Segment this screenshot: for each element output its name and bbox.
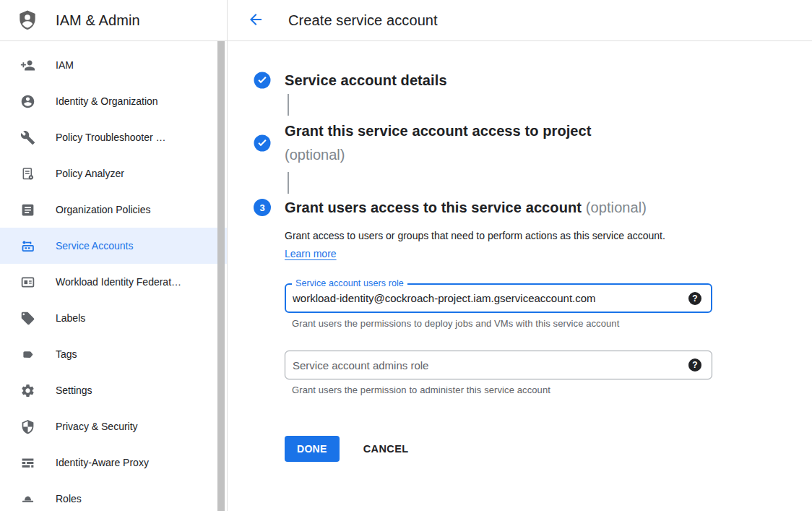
step-3-title: Grant users access to this service accou… bbox=[285, 198, 812, 217]
sidebar-item-privacy-security[interactable]: Privacy & Security bbox=[0, 408, 227, 445]
app-window: IAM & Admin IAM Identity & Organization … bbox=[0, 0, 812, 511]
page-title: Create service account bbox=[288, 12, 438, 29]
step-1-indicator bbox=[254, 72, 271, 89]
sidebar-item-label: Labels bbox=[56, 312, 85, 324]
sidebar-item-labels[interactable]: Labels bbox=[0, 300, 227, 336]
sidebar-item-label: Identity-Aware Proxy bbox=[56, 457, 149, 468]
topbar: Create service account bbox=[228, 0, 812, 41]
step-complete-check-icon bbox=[254, 134, 271, 152]
sidebar-item-label: Policy Analyzer bbox=[56, 168, 124, 179]
product-title: IAM & Admin bbox=[56, 12, 140, 29]
sidebar-item-label: Roles bbox=[56, 493, 82, 504]
service-account-users-role-input[interactable] bbox=[293, 292, 688, 304]
person-add-icon bbox=[20, 58, 35, 73]
iam-admin-shield-icon bbox=[16, 9, 39, 32]
label-arrow-icon bbox=[20, 347, 35, 362]
admins-role-helper-text: Grant users the permission to administer… bbox=[292, 385, 812, 395]
back-button[interactable] bbox=[246, 11, 265, 30]
account-circle-icon bbox=[20, 94, 35, 109]
step-connector bbox=[288, 172, 289, 194]
users-role-helper-text: Grant users the permissions to deploy jo… bbox=[292, 318, 812, 329]
description-text: Grant access to users or groups that nee… bbox=[285, 230, 665, 241]
step-2-indicator bbox=[254, 134, 271, 152]
sidebar-item-settings[interactable]: Settings bbox=[0, 372, 227, 408]
article-icon bbox=[20, 202, 35, 218]
sidebar-item-label: Privacy & Security bbox=[56, 421, 138, 432]
sidebar-scrollbar[interactable] bbox=[217, 41, 225, 511]
step-connector bbox=[288, 94, 289, 116]
step-3-indicator: 3 bbox=[254, 199, 271, 216]
shield-half-icon bbox=[20, 419, 35, 434]
sidebar-item-organization-policies[interactable]: Organization Policies bbox=[0, 192, 227, 228]
sidebar-item-identity-organization[interactable]: Identity & Organization bbox=[0, 83, 227, 119]
sidebar-item-label: Policy Troubleshooter … bbox=[56, 132, 166, 143]
action-buttons: DONE CANCEL bbox=[285, 436, 812, 462]
wrench-icon bbox=[20, 130, 35, 145]
step-3-title-text: Grant users access to this service accou… bbox=[285, 199, 582, 215]
sidebar-item-policy-troubleshooter[interactable]: Policy Troubleshooter … bbox=[0, 119, 227, 155]
sidebar-item-label: Organization Policies bbox=[56, 204, 151, 215]
id-card-icon bbox=[20, 275, 35, 290]
users-role-floating-label: Service account users role bbox=[292, 278, 407, 288]
sidebar-nav: IAM Identity & Organization Policy Troub… bbox=[0, 41, 227, 511]
sidebar-item-identity-aware-proxy[interactable]: Identity-Aware Proxy bbox=[0, 445, 227, 481]
sidebar-item-policy-analyzer[interactable]: Policy Analyzer bbox=[0, 155, 227, 192]
step-1-service-account-details: Service account details bbox=[254, 72, 812, 89]
step-number-badge: 3 bbox=[254, 199, 271, 216]
sidebar-item-roles[interactable]: Roles bbox=[0, 481, 227, 511]
admins-role-help-icon[interactable]: ? bbox=[688, 358, 701, 372]
users-role-help-icon[interactable]: ? bbox=[688, 292, 701, 305]
sidebar-item-label: Workload Identity Federat… bbox=[56, 276, 181, 288]
step-1-title: Service account details bbox=[285, 72, 812, 89]
sidebar-header: IAM & Admin bbox=[0, 0, 227, 41]
step-3-grant-users-access: 3 Grant users access to this service acc… bbox=[254, 198, 812, 462]
gear-icon bbox=[20, 383, 35, 398]
sidebar-item-label: Identity & Organization bbox=[56, 95, 158, 107]
arrow-back-icon bbox=[247, 11, 264, 28]
sidebar-item-iam[interactable]: IAM bbox=[0, 47, 227, 83]
step-3-optional-label: (optional) bbox=[586, 199, 647, 215]
service-account-admins-role-input[interactable] bbox=[293, 359, 688, 372]
firewall-icon bbox=[20, 455, 35, 471]
sidebar-item-label: Service Accounts bbox=[56, 240, 133, 252]
sidebar-item-label: Settings bbox=[56, 385, 92, 396]
step-complete-check-icon bbox=[254, 72, 271, 89]
sidebar: IAM & Admin IAM Identity & Organization … bbox=[0, 0, 228, 511]
sidebar-item-label: IAM bbox=[56, 59, 74, 71]
tag-icon bbox=[20, 311, 35, 326]
service-account-admins-role-field: ? bbox=[285, 351, 712, 379]
step-2-title: Grant this service account access to pro… bbox=[285, 119, 812, 143]
service-account-users-role-field: Service account users role ? bbox=[285, 283, 712, 313]
step-3-description: Grant access to users or groups that nee… bbox=[285, 227, 689, 263]
hat-icon bbox=[20, 491, 35, 507]
step-2-grant-access-to-project: Grant this service account access to pro… bbox=[254, 119, 812, 167]
cancel-button[interactable]: CANCEL bbox=[363, 443, 409, 455]
sidebar-item-workload-identity-federation[interactable]: Workload Identity Federat… bbox=[0, 264, 227, 300]
sidebar-item-service-accounts[interactable]: Service Accounts bbox=[0, 228, 227, 264]
learn-more-link[interactable]: Learn more bbox=[285, 248, 337, 259]
document-gear-icon bbox=[20, 166, 35, 181]
wizard-content: Service account details Grant this servi… bbox=[228, 41, 812, 462]
sidebar-item-tags[interactable]: Tags bbox=[0, 336, 227, 372]
sidebar-item-label: Tags bbox=[56, 348, 77, 360]
step-2-optional-label: (optional) bbox=[285, 143, 812, 167]
done-button[interactable]: DONE bbox=[285, 436, 340, 462]
main-panel: Create service account Service account d… bbox=[228, 0, 812, 511]
service-account-icon bbox=[20, 239, 35, 254]
